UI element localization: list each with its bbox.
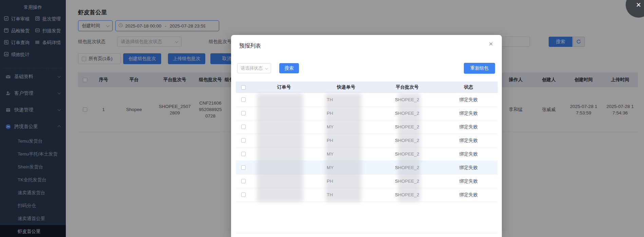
forecast-table: 订单号 快递单号 平台批次号 状态 TH SHOPEE_2 绑定失败 PH SH… [236, 81, 498, 202]
cell-status: 绑定失败 [439, 110, 498, 116]
cell-batch-prefix: SHOPEE_2 [375, 151, 439, 157]
forecast-table-header: 订单号 快递单号 平台批次号 状态 [236, 81, 498, 93]
forecast-row: TH SHOPEE_2 绑定失败 [236, 93, 498, 107]
row-checkbox[interactable] [241, 165, 246, 170]
row-checkbox[interactable] [241, 97, 246, 102]
status-select[interactable]: 请选择状态 [237, 63, 271, 73]
cell-tracking-prefix: PH [317, 138, 375, 143]
close-icon: ✕ [636, 1, 641, 9]
cell-batch-prefix: SHOPEE_2 [375, 192, 439, 197]
cell-tracking-prefix: MY [317, 124, 375, 129]
header-order-no: 订单号 [251, 84, 317, 90]
row-checkbox[interactable] [241, 138, 246, 143]
dialog-close-icon[interactable]: × [487, 40, 495, 48]
cell-status: 绑定失败 [439, 97, 498, 103]
header-tracking-no: 快递单号 [317, 84, 375, 90]
cell-tracking-prefix: PH [317, 111, 375, 116]
chevron-down-icon [265, 66, 268, 70]
cell-status: 绑定失败 [439, 165, 498, 171]
forecast-row: PH SHOPEE_2 绑定失败 [236, 175, 498, 188]
regroup-button[interactable]: 重新组包 [464, 63, 495, 74]
cell-tracking-prefix: TH [317, 192, 375, 197]
cell-tracking-prefix: TH [317, 97, 375, 102]
header-platform-batch: 平台批次号 [375, 84, 439, 90]
row-checkbox[interactable] [241, 111, 246, 115]
cell-batch-prefix: SHOPEE_2 [375, 165, 439, 170]
dialog-search-button[interactable]: 搜索 [279, 63, 299, 73]
app-window: 常用操作 订单审核 批次管理 品检验货 扫描发货 订单查询 [0, 0, 644, 237]
forecast-row: PH SHOPEE_2 绑定失败 [236, 134, 498, 147]
forecast-row: PH SHOPEE_2 绑定失败 [236, 107, 498, 120]
cell-batch-prefix: SHOPEE_2 [375, 138, 439, 143]
cell-batch-prefix: SHOPEE_2 [375, 111, 439, 116]
cell-status: 绑定失败 [439, 192, 498, 198]
forecast-row: MY SHOPEE_2 绑定失败 [236, 147, 498, 161]
forecast-row: TH SHOPEE_2 绑定失败 [236, 188, 498, 202]
dialog-footer-divider [236, 233, 498, 233]
forecast-list-dialog: 预报列表 × 请选择状态 搜索 重新组包 订单号 快递单号 平台批次号 状态 T… [231, 35, 502, 237]
cell-status: 绑定失败 [439, 151, 498, 157]
cell-batch-prefix: SHOPEE_2 [375, 179, 439, 184]
dialog-controls: 请选择状态 搜索 重新组包 [237, 63, 495, 74]
row-checkbox[interactable] [241, 152, 246, 156]
forecast-row: MY SHOPEE_2 绑定失败 [236, 120, 498, 134]
cell-tracking-prefix: MY [317, 151, 375, 157]
row-checkbox[interactable] [241, 193, 246, 197]
forecast-row-highlighted: MY SHOPEE_2 绑定失败 [236, 161, 498, 175]
cell-status: 绑定失败 [439, 124, 498, 130]
header-checkbox[interactable] [241, 85, 246, 90]
cell-tracking-prefix: MY [317, 165, 375, 170]
status-select-placeholder: 请选择状态 [241, 65, 263, 71]
row-checkbox[interactable] [241, 125, 246, 129]
cell-tracking-prefix: PH [317, 179, 375, 184]
cell-batch-prefix: SHOPEE_2 [375, 97, 439, 102]
dialog-title: 预报列表 [239, 42, 261, 50]
cell-status: 绑定失败 [439, 178, 498, 184]
header-status: 状态 [439, 84, 498, 90]
cell-batch-prefix: SHOPEE_2 [375, 124, 439, 129]
row-checkbox[interactable] [241, 179, 246, 183]
cell-status: 绑定失败 [439, 138, 498, 144]
